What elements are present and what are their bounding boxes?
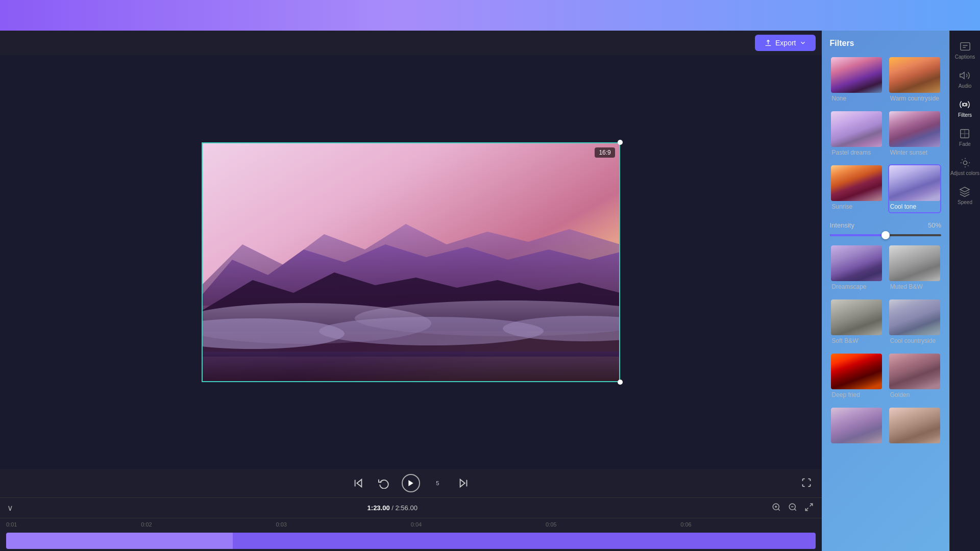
intensity-value: 50% — [928, 221, 941, 229]
total-time: 2:56.00 — [396, 504, 418, 512]
zoom-in-button[interactable] — [770, 501, 782, 515]
intensity-slider-thumb[interactable] — [881, 231, 890, 239]
skip-forward-button[interactable] — [456, 475, 471, 491]
filter-content: Filters None Warm countryside — [822, 31, 950, 551]
corner-handle-top-right[interactable] — [618, 140, 623, 145]
ruler-tick-2: 0:02 — [141, 521, 276, 528]
ruler-tick-3: 0:03 — [276, 521, 411, 528]
svg-marker-12 — [408, 480, 413, 486]
filter-item-extra2[interactable] — [888, 407, 941, 448]
filter-item-soft-bw[interactable]: Soft B&W — [830, 298, 883, 347]
timeline-header: ∨ 1:23.00 / 2:56.00 — [0, 498, 822, 518]
timeline-controls-right — [770, 501, 815, 515]
filter-thumbnail-extra2 — [889, 408, 940, 443]
svg-point-27 — [964, 103, 967, 106]
fit-button[interactable] — [803, 501, 815, 515]
ruler-tick-6: 0:06 — [680, 521, 815, 528]
filters-label: Filters — [958, 112, 972, 118]
filter-item-dreamscape[interactable]: Dreamscape — [830, 244, 883, 293]
video-canvas: 16:9 — [0, 55, 822, 469]
sidebar-item-captions[interactable]: Captions — [955, 41, 975, 60]
top-background — [0, 0, 980, 31]
filter-panel: Filters None Warm countryside — [822, 31, 950, 551]
svg-point-29 — [963, 161, 967, 164]
intensity-slider-track[interactable] — [830, 234, 942, 236]
ruler-tick-1: 0:01 — [6, 521, 141, 528]
sidebar-item-adjust-colors[interactable]: Adjust colors — [950, 157, 979, 176]
svg-line-17 — [778, 509, 780, 510]
filter-thumbnail-deep-fried — [831, 354, 882, 389]
filters-icon — [959, 99, 970, 110]
svg-marker-10 — [357, 480, 361, 487]
filter-label-extra2 — [889, 445, 940, 447]
fade-label: Fade — [959, 141, 971, 147]
filter-grid: None Warm countryside Pastel dreams — [830, 56, 942, 213]
filter-item-deep-fried[interactable]: Deep fried — [830, 353, 883, 402]
filter-item-pastel-dreams[interactable]: Pastel dreams — [830, 110, 883, 159]
filter-thumbnail-golden — [889, 354, 940, 389]
video-toolbar: Export — [0, 31, 822, 55]
svg-text:5: 5 — [436, 480, 439, 486]
fade-icon — [959, 128, 970, 139]
corner-handle-bottom-right[interactable] — [618, 380, 623, 385]
filter-thumbnail-sunrise — [831, 165, 882, 201]
filter-item-golden[interactable]: Golden — [888, 353, 941, 402]
play-button[interactable] — [402, 474, 420, 492]
captions-icon — [960, 41, 971, 52]
intensity-slider-fill — [830, 234, 886, 236]
filter-thumbnail-dreamscape — [831, 245, 882, 281]
sidebar-icons: Captions Audio Filters — [949, 31, 980, 551]
filter-item-winter-sunset[interactable]: Winter sunset — [888, 110, 941, 159]
audio-label: Audio — [959, 83, 972, 89]
rewind-button[interactable] — [376, 475, 391, 491]
filter-item-cool-tone[interactable]: Cool tone — [888, 164, 941, 213]
fullscreen-button[interactable] — [801, 478, 812, 489]
adjust-colors-label: Adjust colors — [950, 170, 979, 176]
filter-item-muted-bw[interactable]: Muted B&W — [888, 244, 941, 293]
svg-marker-14 — [460, 480, 464, 487]
speed-icon — [959, 186, 970, 197]
timeline-ruler: 0:01 0:02 0:03 0:04 0:05 0:06 — [0, 518, 822, 531]
captions-label: Captions — [955, 54, 975, 60]
right-panels: Filters None Warm countryside — [822, 31, 981, 551]
zoom-out-button[interactable] — [787, 501, 799, 515]
filter-label-golden: Golden — [889, 391, 940, 400]
filter-label-deep-fried: Deep fried — [831, 391, 882, 400]
video-image — [202, 142, 620, 382]
sidebar-item-filters[interactable]: Filters — [958, 99, 972, 118]
intensity-label: Intensity — [830, 221, 854, 229]
timeline-track[interactable] — [6, 533, 816, 549]
skip-back-button[interactable] — [351, 475, 366, 491]
filter-label-pastel-dreams: Pastel dreams — [831, 149, 882, 158]
sidebar-item-fade[interactable]: Fade — [959, 128, 971, 147]
filter-thumbnail-soft-bw — [831, 299, 882, 335]
filter-label-sunrise: Sunrise — [831, 203, 882, 212]
playback-controls: 5 — [0, 469, 822, 497]
export-label: Export — [775, 39, 796, 47]
filter-item-none[interactable]: None — [830, 56, 883, 105]
export-button[interactable]: Export — [755, 35, 815, 51]
filter-item-cool-countryside[interactable]: Cool countryside — [888, 298, 941, 347]
timeline-area: ∨ 1:23.00 / 2:56.00 — [0, 497, 822, 551]
filter-item-extra1[interactable] — [830, 407, 883, 448]
video-frame: 16:9 — [202, 142, 620, 382]
svg-rect-23 — [960, 43, 969, 51]
filter-label-winter-sunset: Winter sunset — [889, 149, 940, 158]
filter-item-sunrise[interactable]: Sunrise — [830, 164, 883, 213]
export-icon — [764, 39, 772, 47]
forward-5s-button[interactable]: 5 — [430, 475, 446, 491]
filter-label-extra1 — [831, 445, 882, 447]
filter-thumbnail-cool-countryside — [889, 299, 940, 335]
filter-thumbnail-warm-countryside — [889, 57, 940, 93]
timeline-track-fill — [6, 533, 233, 549]
filter-label-warm-countryside: Warm countryside — [889, 95, 940, 104]
main-area: Export — [0, 31, 980, 551]
sidebar-item-audio[interactable]: Audio — [959, 70, 972, 89]
timeline-collapse-button[interactable]: ∨ — [6, 502, 14, 514]
filter-label-soft-bw: Soft B&W — [831, 337, 882, 346]
aspect-ratio-badge: 16:9 — [595, 147, 615, 158]
filter-item-warm-countryside[interactable]: Warm countryside — [888, 56, 941, 105]
sidebar-item-speed[interactable]: Speed — [958, 186, 972, 205]
current-time: 1:23.00 — [368, 504, 390, 512]
filter-grid-2: Dreamscape Muted B&W Soft B&W — [830, 244, 942, 448]
